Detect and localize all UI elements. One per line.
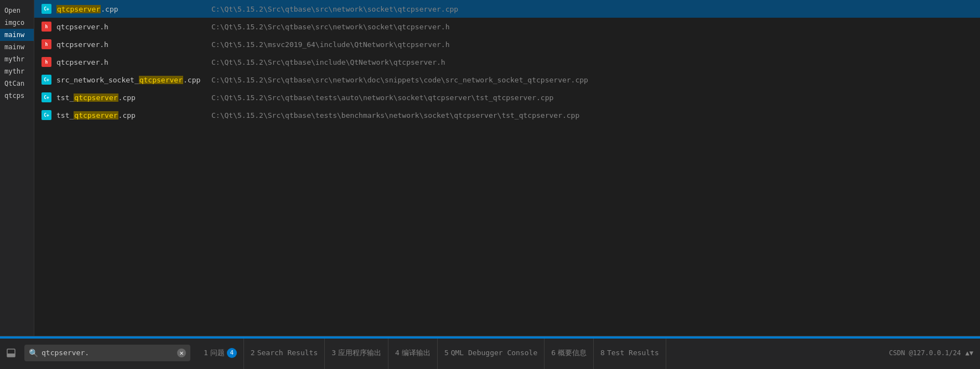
tab-label-search-results: Search Results	[257, 349, 318, 357]
tab-qml-debugger[interactable]: 5 QML Debugger Console	[438, 336, 545, 369]
cpp-file-icon-3: C+	[41, 92, 52, 103]
cpp-file-icon: C+	[41, 3, 52, 14]
tab-number-6: 6	[551, 349, 556, 357]
tab-number-8: 8	[600, 349, 605, 357]
panel-toggle-button[interactable]	[2, 336, 20, 369]
table-row[interactable]: C+ tst_qtcpserver.cpp C:\Qt\5.15.2\Src\q…	[34, 106, 980, 124]
tab-summary[interactable]: 6 概要信息	[545, 336, 594, 369]
file-path-1: C:\Qt\5.15.2\Src\qtbase\src\network\sock…	[211, 5, 458, 13]
sidebar-item-mainw[interactable]: mainw	[0, 41, 34, 53]
tab-label-app-output: 应用程序输出	[338, 348, 381, 358]
main-area: Open imgco mainw mainw mythr mythr QtCan…	[0, 0, 980, 336]
file-path-2: C:\Qt\5.15.2\Src\qtbase\src\network\sock…	[211, 23, 449, 31]
file-name-6: tst_qtcpserver.cpp	[56, 93, 211, 102]
table-row[interactable]: C+ tst_qtcpserver.cpp C:\Qt\5.15.2\Src\q…	[34, 89, 980, 106]
h-file-icon-2: h	[41, 39, 52, 50]
tabs-area: 1 问题 4 2 Search Results 3 应用程序输出 4 编译输出 …	[197, 336, 980, 369]
file-list: C+ qtcpserver.cpp C:\Qt\5.15.2\Src\qtbas…	[34, 0, 980, 336]
search-clear-button[interactable]: ✕	[177, 349, 186, 357]
sidebar-item-mythr2[interactable]: mythr	[0, 65, 34, 77]
tab-badge-problems: 4	[227, 348, 237, 358]
tab-compile-output[interactable]: 4 编译输出	[388, 336, 438, 369]
sidebar-item-qtcps[interactable]: qtcps	[0, 90, 34, 102]
tab-number-1: 1	[204, 349, 208, 357]
sidebar-item-mainw-active[interactable]: mainw	[0, 29, 34, 41]
table-row[interactable]: h qtcpserver.h C:\Qt\5.15.2\Src\qtbase\s…	[34, 18, 980, 35]
file-path-6: C:\Qt\5.15.2\Src\qtbase\tests\auto\netwo…	[211, 93, 553, 102]
sidebar-item-mythr1[interactable]: mythr	[0, 53, 34, 65]
table-row[interactable]: C+ qtcpserver.cpp C:\Qt\5.15.2\Src\qtbas…	[34, 0, 980, 18]
h-file-icon: h	[41, 21, 52, 32]
tab-search-results[interactable]: 2 Search Results	[244, 336, 325, 369]
file-name-7: tst_qtcpserver.cpp	[56, 111, 211, 119]
file-name-2: qtcpserver.h	[56, 23, 211, 31]
tab-number-2: 2	[251, 349, 255, 357]
file-name-1: qtcpserver.cpp	[56, 5, 211, 13]
file-name-3: qtcpserver.h	[56, 40, 211, 49]
tab-app-output[interactable]: 3 应用程序输出	[325, 336, 388, 369]
status-bar: 🔍 ✕ 1 问题 4 2 Search Results 3 应用程序输出 4 编…	[0, 336, 980, 369]
file-path-3: C:\Qt\5.15.2\msvc2019_64\include\QtNetwo…	[211, 40, 449, 49]
tab-test-results[interactable]: 8 Test Results	[594, 336, 666, 369]
search-container: 🔍 ✕	[24, 345, 190, 361]
sidebar: Open imgco mainw mainw mythr mythr QtCan…	[0, 0, 34, 336]
sidebar-item-imgco[interactable]: imgco	[0, 17, 34, 29]
file-path-7: C:\Qt\5.15.2\Src\qtbase\tests\benchmarks…	[211, 111, 579, 119]
table-row[interactable]: h qtcpserver.h C:\Qt\5.15.2\Src\qtbase\i…	[34, 53, 980, 71]
tab-label-compile-output: 编译输出	[402, 348, 431, 358]
search-icon: 🔍	[29, 349, 38, 357]
cpp-file-icon-4: C+	[41, 110, 52, 121]
tab-number-4: 4	[395, 349, 400, 357]
tab-number-5: 5	[444, 349, 449, 357]
tab-label-problems: 问题	[210, 348, 225, 358]
chevron-down-icon[interactable]: ▼	[969, 349, 973, 357]
file-path-5: C:\Qt\5.15.2\Src\qtbase\src\network\doc\…	[211, 76, 588, 84]
tab-label-summary: 概要信息	[558, 348, 587, 358]
status-text: CSDN @127.0.0.1/24	[889, 349, 961, 357]
status-left: 🔍 ✕	[0, 336, 197, 369]
tab-label-qml-debugger: QML Debugger Console	[451, 349, 538, 357]
file-path-4: C:\Qt\5.15.2\Src\qtbase\include\QtNetwor…	[211, 58, 445, 66]
table-row[interactable]: C+ src_network_socket_qtcpserver.cpp C:\…	[34, 71, 980, 89]
chevron-up-icon[interactable]: ▲	[966, 349, 969, 357]
tab-number-3: 3	[331, 349, 336, 357]
svg-rect-1	[7, 354, 15, 357]
tab-problems[interactable]: 1 问题 4	[197, 336, 244, 369]
tab-label-test-results: Test Results	[607, 349, 659, 357]
h-file-icon-3: h	[41, 56, 52, 67]
file-name-4: qtcpserver.h	[56, 58, 211, 66]
teal-bar	[0, 336, 980, 339]
sidebar-item-qtcan[interactable]: QtCan	[0, 77, 34, 90]
sidebar-item-open[interactable]: Open	[0, 4, 34, 17]
status-right: CSDN @127.0.0.1/24 ▲ ▼	[882, 349, 980, 357]
table-row[interactable]: h qtcpserver.h C:\Qt\5.15.2\msvc2019_64\…	[34, 35, 980, 53]
cpp-file-icon-2: C+	[41, 74, 52, 85]
search-input[interactable]	[42, 349, 177, 357]
file-name-5: src_network_socket_qtcpserver.cpp	[56, 76, 211, 84]
